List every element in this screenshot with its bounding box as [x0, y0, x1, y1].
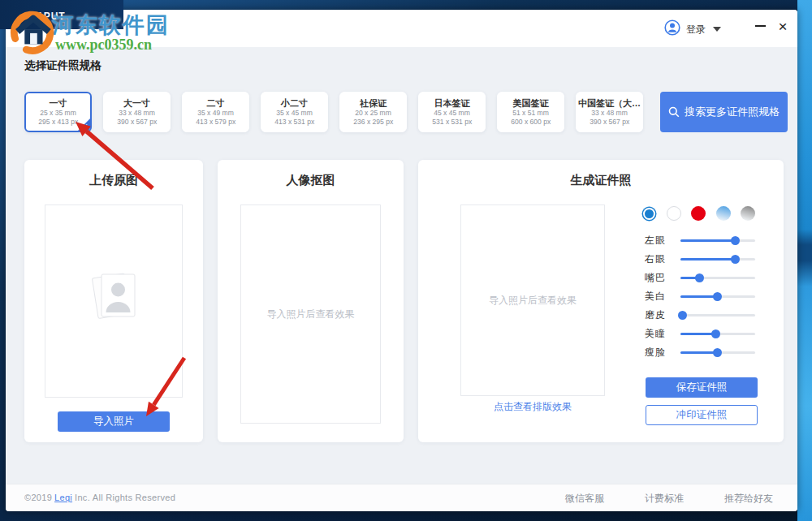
search-specs-label: 搜索更多证件照规格 — [685, 105, 780, 119]
footer: ©2019LeqiInc. All Rights Reserved 微信客服计费… — [6, 484, 797, 511]
spec-size-mm: 25 x 35 mm — [40, 109, 76, 117]
view-layout-link[interactable]: 点击查看排版效果 — [460, 400, 605, 414]
spec-size-mm: 35 x 45 mm — [276, 109, 313, 117]
original-photo-preview[interactable] — [45, 205, 183, 398]
spec-name: 中国签证（大… — [578, 98, 641, 109]
slider-label: 美白 — [633, 290, 666, 304]
idphoto-preview: 导入照片后查看效果 — [460, 205, 605, 396]
bg-color-gradient-blue[interactable] — [716, 206, 731, 221]
spec-size-px: 390 x 567 px — [117, 118, 157, 126]
spec-size-mm: 35 x 49 mm — [197, 109, 234, 117]
spec-size-px: 531 x 531 px — [432, 118, 472, 126]
bg-color-blue[interactable] — [641, 206, 656, 221]
slider-label: 美瞳 — [633, 327, 666, 341]
app-window: 登录 × 选择证件照规格 一寸25 x 35 mm295 x 413 px大一寸… — [6, 10, 797, 511]
slider-fill — [680, 351, 717, 354]
cutout-placeholder: 导入照片后查看效果 — [241, 205, 380, 423]
slider-row: 嘴巴 — [633, 269, 763, 287]
spec-card-5[interactable]: 社保证20 x 25 mm236 x 295 px — [339, 92, 407, 132]
desktop-background-strip — [797, 0, 812, 521]
generate-panel-title: 生成证件照 — [418, 173, 784, 188]
cutout-preview: 导入照片后查看效果 — [240, 205, 381, 424]
swatch-dot — [741, 206, 755, 221]
slider-track[interactable] — [680, 333, 755, 335]
footer-link-3[interactable]: 推荐给好友 — [724, 492, 773, 506]
user-avatar-icon — [664, 19, 680, 39]
spec-card-2[interactable]: 大一寸33 x 48 mm390 x 567 px — [103, 92, 171, 132]
swatch-dot — [691, 206, 706, 221]
bg-color-red[interactable] — [691, 206, 706, 221]
slider-handle[interactable] — [711, 329, 720, 338]
slider-handle[interactable] — [678, 311, 687, 320]
slider-track[interactable] — [680, 239, 755, 242]
background-color-swatches — [641, 206, 755, 221]
bg-color-white[interactable] — [667, 206, 681, 221]
slider-handle[interactable] — [695, 273, 704, 282]
chevron-down-icon — [713, 27, 721, 32]
slider-row: 磨皮 — [633, 306, 763, 325]
close-button[interactable]: × — [773, 16, 793, 36]
slider-row: 右眼 — [633, 250, 763, 269]
slider-fill — [680, 333, 715, 335]
search-icon — [668, 106, 680, 118]
footer-link-1[interactable]: 微信客服 — [565, 492, 604, 506]
login-label: 登录 — [686, 23, 706, 37]
spec-size-px: 413 x 579 px — [196, 118, 235, 126]
slider-fill — [680, 239, 735, 242]
spec-size-mm: 33 x 48 mm — [119, 109, 155, 117]
spec-card-1[interactable]: 一寸25 x 35 mm295 x 413 px — [24, 92, 92, 132]
slider-label: 嘴巴 — [633, 271, 666, 285]
spec-size-mm: 51 x 51 mm — [512, 109, 549, 117]
watermark-site-url: www.pc0359.cn — [55, 37, 152, 54]
spec-card-7[interactable]: 美国签证51 x 51 mm600 x 600 px — [497, 92, 564, 132]
slider-handle[interactable] — [731, 255, 740, 264]
slider-handle[interactable] — [731, 236, 740, 245]
brand-link[interactable]: Leqi — [54, 493, 72, 502]
save-idphoto-button[interactable]: 保存证件照 — [646, 377, 758, 398]
slider-row: 美白 — [633, 287, 763, 306]
swatch-dot — [645, 209, 654, 218]
upload-panel: 上传原图 导入照片 — [24, 160, 203, 442]
spec-name: 二寸 — [207, 98, 225, 109]
spec-card-8[interactable]: 中国签证（大…33 x 48 mm390 x 567 px — [576, 92, 643, 132]
spec-name: 社保证 — [360, 98, 387, 109]
slider-fill — [680, 295, 717, 298]
import-photo-button[interactable]: 导入照片 — [58, 411, 170, 432]
page-title: 选择证件照规格 — [24, 58, 102, 73]
spec-size-px: 390 x 567 px — [590, 118, 629, 126]
spec-name: 日本签证 — [434, 98, 470, 109]
idphoto-placeholder: 导入照片后查看效果 — [461, 205, 604, 395]
minimize-button[interactable] — [750, 16, 770, 36]
slider-track[interactable] — [680, 277, 755, 279]
slider-handle[interactable] — [713, 348, 722, 357]
spec-name: 美国签证 — [513, 98, 549, 109]
login-menu[interactable]: 登录 — [664, 19, 721, 39]
search-specs-button[interactable]: 搜索更多证件照规格 — [660, 92, 788, 132]
slider-handle[interactable] — [713, 292, 722, 301]
beauty-sliders: 左眼右眼嘴巴美白磨皮美瞳瘦脸 — [633, 231, 763, 362]
spec-size-mm: 33 x 48 mm — [591, 109, 628, 117]
slider-row: 美瞳 — [633, 325, 763, 343]
slider-fill — [680, 258, 735, 260]
slider-track[interactable] — [680, 351, 755, 354]
spec-card-6[interactable]: 日本签证45 x 45 mm531 x 531 px — [418, 92, 486, 132]
photo-placeholder-icon — [45, 262, 182, 329]
spec-card-4[interactable]: 小二寸35 x 45 mm413 x 531 px — [261, 92, 328, 132]
spec-size-mm: 45 x 45 mm — [434, 109, 470, 117]
spec-size-px: 600 x 600 px — [511, 118, 551, 126]
print-idphoto-button[interactable]: 冲印证件照 — [646, 405, 758, 425]
copyright-text: ©2019LeqiInc. All Rights Reserved — [24, 493, 175, 502]
slider-label: 右眼 — [633, 252, 666, 266]
slider-label: 左眼 — [633, 234, 666, 248]
slider-track[interactable] — [680, 314, 755, 316]
bg-color-gradient-gray[interactable] — [741, 206, 755, 221]
slider-row: 瘦脸 — [633, 343, 763, 362]
generate-panel: 生成证件照 导入照片后查看效果 点击查看排版效果 左眼右眼嘴巴美白磨皮美瞳瘦脸 … — [418, 160, 784, 442]
slider-track[interactable] — [680, 258, 755, 260]
spec-card-3[interactable]: 二寸35 x 49 mm413 x 579 px — [182, 92, 249, 132]
slider-row: 左眼 — [633, 231, 763, 250]
footer-link-2[interactable]: 计费标准 — [645, 492, 684, 506]
cutout-panel-title: 人像抠图 — [218, 173, 404, 188]
swatch-dot — [716, 206, 731, 221]
slider-track[interactable] — [680, 295, 755, 298]
